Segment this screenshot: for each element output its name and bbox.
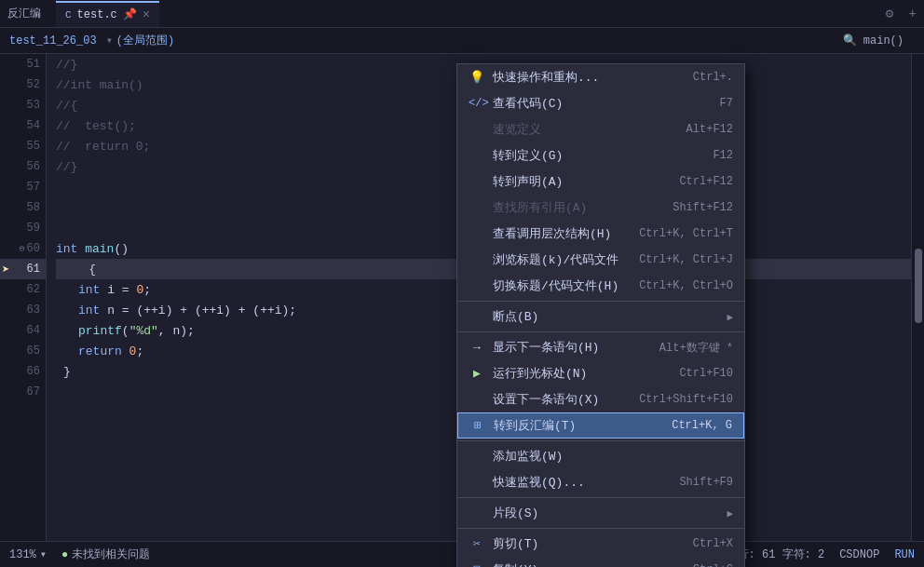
copy-label: 复制(Y) bbox=[493, 561, 686, 567]
menu-item-disasm[interactable]: ⊞ 转到反汇编(T) Ctrl+K, G bbox=[457, 412, 744, 439]
breadcrumb-function: 🔍 main() bbox=[843, 34, 909, 47]
menu-sep-4 bbox=[457, 497, 744, 498]
gutter-row-51: 51 bbox=[0, 54, 46, 74]
breadcrumb-separator: ▾ bbox=[106, 34, 113, 47]
menu-item-copy[interactable]: ⧉ 复制(Y) Ctrl+C bbox=[457, 557, 744, 567]
disasm-shortcut: Ctrl+K, G bbox=[672, 419, 732, 432]
menu-item-next-stmt[interactable]: → 显示下一条语句(H) Alt+数字键 * bbox=[457, 334, 744, 360]
zoom-status[interactable]: 131% ▾ bbox=[9, 547, 47, 561]
breadcrumb-filename[interactable]: test_11_26_03 bbox=[9, 34, 97, 47]
gutter-row-65: 65 bbox=[0, 341, 46, 361]
goto-def-shortcut: F12 bbox=[713, 149, 733, 162]
breakpoint-label: 断点(B) bbox=[493, 308, 719, 325]
menu-item-quick-action[interactable]: 💡 快速操作和重构... Ctrl+. bbox=[457, 64, 744, 90]
tab-label: test.c bbox=[77, 8, 117, 21]
encoding-label: CSDNOP bbox=[839, 548, 879, 561]
browse-tag-shortcut: Ctrl+K, Ctrl+J bbox=[639, 253, 733, 266]
gutter-row-66: 66 bbox=[0, 361, 46, 382]
view-code-icon: </> bbox=[469, 97, 485, 110]
pin-icon[interactable]: + bbox=[909, 7, 917, 21]
menu-item-goto-decl[interactable]: 转到声明(A) Ctrl+F12 bbox=[457, 169, 744, 195]
gutter-row-64: 64 bbox=[0, 320, 46, 341]
quick-action-icon: 💡 bbox=[469, 70, 485, 85]
main-area: 51 52 53 54 55 56 57 58 59 ⊖60 ➤ 61 62 6… bbox=[0, 54, 924, 541]
menu-sep-2 bbox=[457, 331, 744, 332]
menu-item-run-cursor[interactable]: ▶ 运行到光标处(N) Ctrl+F10 bbox=[457, 360, 744, 386]
snippet-arrow: ▶ bbox=[727, 507, 733, 520]
copy-icon: ⧉ bbox=[469, 563, 485, 568]
run-cursor-shortcut: Ctrl+F10 bbox=[679, 367, 733, 380]
gutter-row-60: ⊖60 bbox=[0, 238, 46, 259]
browse-tag-label: 浏览标题(k)/代码文件 bbox=[493, 251, 632, 268]
cut-label: 剪切(T) bbox=[493, 535, 686, 552]
switch-tag-shortcut: Ctrl+K, Ctrl+O bbox=[639, 279, 733, 292]
quick-watch-shortcut: Shift+F9 bbox=[679, 476, 733, 489]
tab-file-icon: C bbox=[65, 9, 72, 20]
title-bar: 反汇编 C test.c 📌 × ⚙ + bbox=[0, 0, 924, 28]
copy-shortcut: Ctrl+C bbox=[693, 563, 733, 567]
quick-action-shortcut: Ctrl+. bbox=[693, 71, 733, 84]
title-bar-left-label: 反汇编 bbox=[7, 6, 41, 21]
switch-tag-label: 切换标题/代码文件(H) bbox=[493, 277, 632, 294]
set-next-label: 设置下一条语句(X) bbox=[493, 391, 632, 408]
gutter-row-62: 62 bbox=[0, 279, 46, 300]
title-bar-actions: ⚙ + bbox=[886, 6, 917, 21]
quick-watch-label: 快速监视(Q)... bbox=[493, 474, 672, 491]
call-hier-shortcut: Ctrl+K, Ctrl+T bbox=[639, 227, 733, 240]
add-watch-label: 添加监视(W) bbox=[493, 448, 733, 465]
menu-item-quick-watch[interactable]: 快速监视(Q)... Shift+F9 bbox=[457, 469, 744, 495]
zoom-icon: ▾ bbox=[40, 547, 47, 561]
gutter-row-54: 54 bbox=[0, 115, 46, 136]
goto-decl-shortcut: Ctrl+F12 bbox=[679, 175, 733, 188]
menu-item-breakpoint[interactable]: 断点(B) ▶ bbox=[457, 304, 744, 330]
line-number-gutter: 51 52 53 54 55 56 57 58 59 ⊖60 ➤ 61 62 6… bbox=[0, 54, 47, 541]
menu-item-snippet[interactable]: 片段(S) ▶ bbox=[457, 500, 744, 526]
cut-shortcut: Ctrl+X bbox=[693, 537, 733, 550]
next-stmt-label: 显示下一条语句(H) bbox=[493, 339, 652, 356]
next-stmt-shortcut: Alt+数字键 * bbox=[659, 340, 733, 356]
call-hier-label: 查看调用层次结构(H) bbox=[493, 225, 632, 242]
menu-item-set-next[interactable]: 设置下一条语句(X) Ctrl+Shift+F10 bbox=[457, 386, 744, 412]
menu-item-cut[interactable]: ✂ 剪切(T) Ctrl+X bbox=[457, 531, 744, 557]
disasm-label: 转到反汇编(T) bbox=[494, 417, 664, 434]
status-green-dot: ● bbox=[61, 548, 68, 561]
gutter-row-53: 53 bbox=[0, 95, 46, 115]
peek-def-shortcut: Alt+F12 bbox=[686, 123, 733, 136]
menu-item-add-watch[interactable]: 添加监视(W) bbox=[457, 443, 744, 469]
file-tab[interactable]: C test.c 📌 × bbox=[56, 1, 159, 27]
vertical-scrollbar[interactable] bbox=[911, 54, 924, 541]
gutter-row-61: ➤ 61 bbox=[0, 259, 46, 279]
menu-item-browse-tag[interactable]: 浏览标题(k)/代码文件 Ctrl+K, Ctrl+J bbox=[457, 247, 744, 273]
gutter-row-63: 63 bbox=[0, 300, 46, 320]
settings-icon[interactable]: ⚙ bbox=[886, 7, 893, 21]
menu-item-view-code[interactable]: </> 查看代码(C) F7 bbox=[457, 90, 744, 116]
disasm-icon: ⊞ bbox=[469, 418, 486, 433]
gutter-row-55: 55 bbox=[0, 136, 46, 156]
scrollbar-thumb[interactable] bbox=[915, 249, 922, 323]
error-status: ● 未找到相关问题 bbox=[61, 547, 150, 562]
context-menu: 💡 快速操作和重构... Ctrl+. </> 查看代码(C) F7 速览定义 … bbox=[456, 63, 745, 567]
find-refs-shortcut: Shift+F12 bbox=[673, 201, 733, 214]
gutter-row-52: 52 bbox=[0, 74, 46, 95]
menu-sep-5 bbox=[457, 528, 744, 529]
goto-decl-label: 转到声明(A) bbox=[493, 173, 672, 190]
view-code-label: 查看代码(C) bbox=[493, 95, 713, 112]
breadcrumb-bar: test_11_26_03 ▾ (全局范围) 🔍 main() bbox=[0, 28, 924, 54]
menu-item-call-hier[interactable]: 查看调用层次结构(H) Ctrl+K, Ctrl+T bbox=[457, 221, 744, 247]
gutter-row-59: 59 bbox=[0, 218, 46, 238]
peek-def-label: 速览定义 bbox=[493, 121, 679, 138]
gutter-row-58: 58 bbox=[0, 197, 46, 218]
snippet-label: 片段(S) bbox=[493, 505, 719, 521]
tab-close-button[interactable]: × bbox=[143, 7, 150, 22]
menu-item-switch-tag[interactable]: 切换标题/代码文件(H) Ctrl+K, Ctrl+O bbox=[457, 273, 744, 299]
line-ending-label: RUN bbox=[894, 548, 915, 561]
breadcrumb-scope: (全局范围) bbox=[116, 33, 174, 48]
quick-action-label: 快速操作和重构... bbox=[493, 69, 686, 86]
zoom-value: 131% bbox=[9, 548, 36, 561]
menu-item-find-refs: 查找所有引用(A) Shift+F12 bbox=[457, 195, 744, 221]
gutter-row-56: 56 bbox=[0, 156, 46, 177]
position-text: 行: 61 字符: 2 bbox=[738, 547, 825, 562]
menu-item-goto-def[interactable]: 转到定义(G) F12 bbox=[457, 142, 744, 169]
gutter-row-57: 57 bbox=[0, 177, 46, 197]
next-stmt-icon: → bbox=[469, 341, 485, 355]
